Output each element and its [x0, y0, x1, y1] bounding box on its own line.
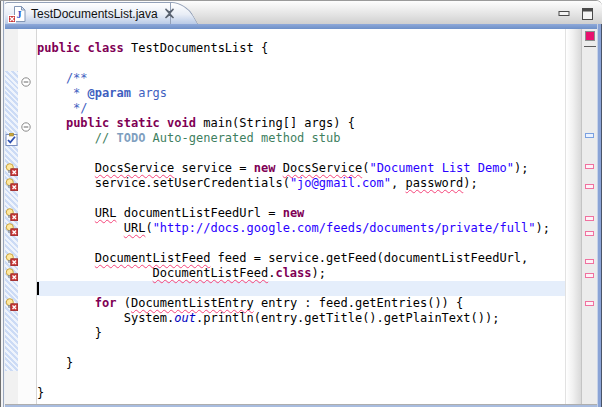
error-marker-icon[interactable] — [5, 162, 18, 175]
code-line[interactable]: DocumentListFeed.class); — [37, 266, 565, 281]
overview-error-marker[interactable] — [585, 301, 594, 306]
tab-title: TestDocumentsList.java — [31, 7, 158, 21]
code-line[interactable]: public static void main(String[] args) { — [37, 116, 565, 131]
error-marker-icon[interactable] — [5, 297, 18, 310]
code-line[interactable] — [37, 281, 565, 296]
java-file-icon: J — [10, 6, 26, 22]
code-line[interactable]: } — [37, 356, 565, 371]
error-marker-icon[interactable] — [5, 267, 18, 280]
code-line[interactable]: for (DocumentListEntry entry : feed.getE… — [37, 296, 565, 311]
code-line[interactable]: public class TestDocumentsList { — [37, 41, 565, 56]
code-line[interactable]: DocumentListFeed feed = service.getFeed(… — [37, 251, 565, 266]
range-indicator — [5, 71, 18, 371]
overview-error-marker[interactable] — [585, 164, 594, 169]
fold-collapse-icon[interactable] — [21, 118, 31, 128]
error-summary-indicator[interactable] — [585, 31, 595, 41]
error-marker-icon[interactable] — [5, 252, 18, 265]
vertical-scrollbar[interactable] — [565, 29, 581, 404]
overview-error-marker[interactable] — [585, 216, 594, 221]
overview-ruler[interactable] — [581, 29, 597, 404]
code-line[interactable]: // TODO Auto-generated method stub — [37, 131, 565, 146]
overview-error-marker[interactable] — [585, 273, 594, 278]
tab-testdocumentslist[interactable]: J TestDocumentsList.java — [3, 2, 171, 24]
code-line[interactable]: URL documentListFeedUrl = new — [37, 206, 565, 221]
code-line[interactable]: URL("http://docs.google.com/feeds/docume… — [37, 221, 565, 236]
editor-tab-bar: J TestDocumentsList.java — [0, 1, 602, 24]
overview-ruler-divider — [584, 46, 596, 47]
code-line[interactable] — [37, 236, 565, 251]
view-buttons — [558, 6, 594, 24]
code-line[interactable]: } — [37, 326, 565, 341]
editor-window: J TestDocumentsList.java — [0, 0, 602, 407]
code-line[interactable]: * @param args — [37, 86, 565, 101]
text-cursor — [37, 282, 39, 295]
code-line[interactable]: */ — [37, 101, 565, 116]
code-line[interactable]: service.setUserCredentials("jo@gmail.com… — [37, 176, 565, 191]
task-marker-icon[interactable] — [5, 132, 18, 145]
code-line[interactable] — [37, 191, 565, 206]
window-border-right — [597, 24, 602, 407]
code-line[interactable] — [37, 146, 565, 161]
annotation-ruler[interactable] — [5, 29, 18, 404]
code-line[interactable]: DocsService service = new DocsService("D… — [37, 161, 565, 176]
error-marker-icon[interactable] — [5, 177, 18, 190]
window-border-left — [0, 1, 5, 407]
maximize-icon[interactable] — [581, 6, 594, 24]
code-line[interactable] — [37, 371, 565, 386]
close-icon[interactable] — [164, 5, 175, 23]
fold-collapse-icon[interactable] — [21, 73, 31, 83]
overview-error-marker[interactable] — [585, 231, 594, 236]
minimize-icon[interactable] — [558, 6, 571, 24]
error-marker-icon[interactable] — [5, 222, 18, 235]
svg-text:J: J — [17, 9, 22, 20]
error-marker-icon[interactable] — [5, 207, 18, 220]
code-line[interactable] — [37, 341, 565, 356]
code-line[interactable]: /** — [37, 71, 565, 86]
code-line[interactable]: } — [37, 386, 565, 401]
code-line[interactable]: System.out.println(entry.getTitle().getP… — [37, 311, 565, 326]
code-lines: public class TestDocumentsList { /** * @… — [37, 29, 565, 404]
overview-error-marker[interactable] — [585, 184, 594, 189]
overview-task-marker[interactable] — [585, 133, 594, 138]
overview-error-marker[interactable] — [585, 259, 594, 264]
code-line[interactable] — [37, 56, 565, 71]
editor-body: public class TestDocumentsList { /** * @… — [5, 29, 597, 404]
error-overlay-icon — [8, 15, 16, 23]
